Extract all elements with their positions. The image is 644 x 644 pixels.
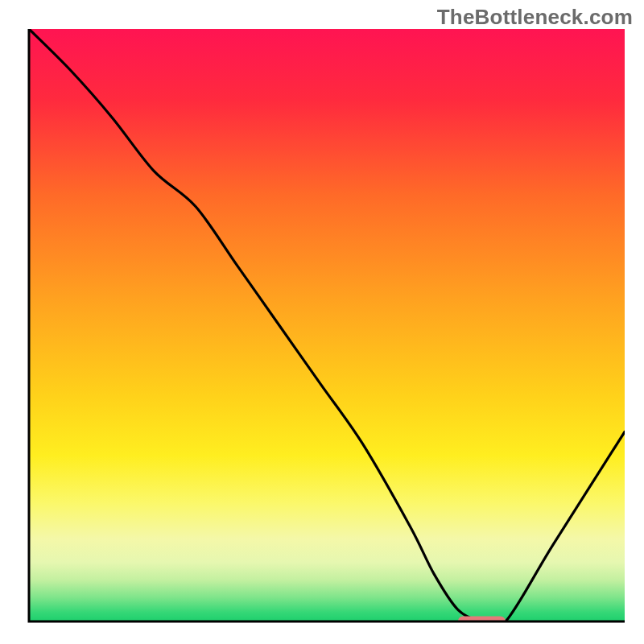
chart-container: TheBottleneck.com (0, 0, 644, 644)
gradient-background (29, 29, 625, 621)
bottleneck-chart (0, 0, 644, 644)
